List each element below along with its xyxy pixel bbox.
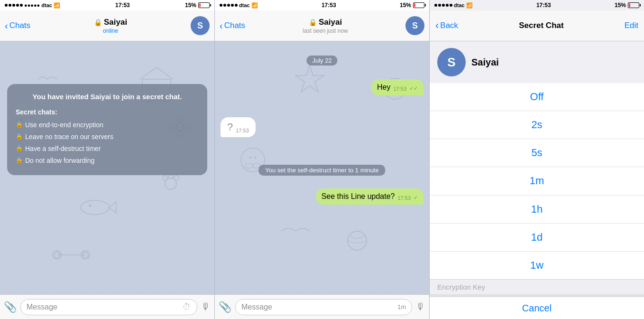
chevron-left-icon-1: ‹ xyxy=(5,21,8,30)
picker-item-off[interactable]: Off xyxy=(430,83,644,111)
clock-icon-1: ⏱ xyxy=(183,302,191,312)
carrier-3: dtac xyxy=(454,2,465,8)
back-label-3[interactable]: Back xyxy=(440,21,458,30)
invite-item-text-4: Do not allow forwarding xyxy=(25,156,94,166)
status-left-1: ●●●●● dtac 📶 xyxy=(5,2,60,9)
avatar-1[interactable]: S xyxy=(191,16,210,35)
back-button-2[interactable]: ‹ Chats xyxy=(220,21,245,30)
picker-item-5s[interactable]: 5s xyxy=(430,139,644,167)
lock-icon-item3: 🔒 xyxy=(16,144,23,152)
back-button-1[interactable]: ‹ Chats xyxy=(5,21,30,30)
svg-marker-29 xyxy=(295,65,324,92)
input-bar-1: 📎 Message ⏱ 🎙 xyxy=(0,294,214,319)
panel-1-invite: ●●●●● dtac 📶 17:53 15% ‹ Chats 🔒 Saiyai … xyxy=(0,0,215,319)
message-field-2[interactable]: Message 1m xyxy=(235,299,412,315)
attach-icon-2[interactable]: 📎 xyxy=(219,301,231,313)
nav-bar-1: ‹ Chats 🔒 Saiyai online S xyxy=(0,10,214,41)
invite-item-text-2: Leave no trace on our servers xyxy=(25,132,113,142)
svg-point-11 xyxy=(83,252,88,258)
battery-pct-3: 15% xyxy=(615,2,626,9)
picker-item-1h[interactable]: 1h xyxy=(430,196,644,224)
battery-pct-2: 15% xyxy=(400,2,411,9)
svg-point-10 xyxy=(53,251,61,259)
back-button-3[interactable]: ‹ Back xyxy=(435,19,458,32)
battery-pct-1: 15% xyxy=(185,2,196,9)
msg-hey-time: 17:53 xyxy=(393,86,406,92)
msg-hey-text: Hey xyxy=(377,83,390,92)
invite-item-3: 🔒 Have a self-destruct timer xyxy=(16,144,199,154)
edit-button-3[interactable]: Edit xyxy=(625,21,638,30)
timer-label-2: 1m xyxy=(397,303,406,310)
picker-container: Shared Media Off 2s 5s 1m 1h 1d 1w xyxy=(430,83,644,279)
time-1: 17:53 xyxy=(115,2,130,9)
chevron-left-icon-3: ‹ xyxy=(435,19,439,32)
invite-item-2: 🔒 Leave no trace on our servers xyxy=(16,132,199,142)
msg-line-text: See this Line update? xyxy=(322,192,395,201)
nav-center-1: 🔒 Saiyai online xyxy=(30,18,191,34)
msg-q-text: ? xyxy=(227,121,233,133)
svg-point-24 xyxy=(245,163,253,168)
msg-line-update: See this Line update? 17:53 ✓ xyxy=(316,188,423,205)
message-placeholder-2: Message xyxy=(241,303,397,311)
status-left-3: dtac 📶 xyxy=(434,2,473,9)
invite-item-text-1: Use end-to-end encryption xyxy=(25,120,103,130)
mic-icon-1[interactable]: 🎙 xyxy=(201,301,211,312)
invite-item-1: 🔒 Use end-to-end encryption xyxy=(16,120,199,130)
chat-bg-2: July 22 Hey 17:53 ✓✓ ? 17:53 You set the… xyxy=(215,41,429,294)
battery-icon-2 xyxy=(413,2,424,8)
status-right-3: 15% xyxy=(615,2,639,9)
picker-item-1m[interactable]: 1m xyxy=(430,167,644,195)
picker-item-1d[interactable]: 1d xyxy=(430,224,644,252)
svg-point-13 xyxy=(165,178,176,189)
wifi-icon-2: 📶 xyxy=(251,2,258,9)
chat-bg-1: You have invited Saiyai to join a secret… xyxy=(0,41,214,294)
lock-icon-item2: 🔒 xyxy=(16,132,23,141)
msg-line-time: 17:53 xyxy=(397,195,411,201)
signal-dots-1 xyxy=(5,4,23,7)
nav-bar-3: ‹ Back Secret Chat Edit xyxy=(430,10,644,41)
page-title-3: Secret Chat xyxy=(519,21,563,30)
carrier-2: dtac xyxy=(239,2,250,8)
signal-dots-3 xyxy=(434,4,452,7)
battery-icon-3 xyxy=(628,2,639,8)
invite-heading: You have invited Saiyai to join a secret… xyxy=(16,92,199,103)
svg-point-9 xyxy=(54,252,60,258)
lock-icon-item4: 🔒 xyxy=(16,156,23,164)
nav-bar-2: ‹ Chats 🔒 Saiyai last seen just now S xyxy=(215,10,429,41)
input-bar-2: 📎 Message 1m 🎙 xyxy=(215,294,429,319)
profile-info-3: Saiyai xyxy=(471,57,499,68)
msg-hey-check: ✓✓ xyxy=(409,85,418,92)
panel-2-chat: dtac 📶 17:53 15% ‹ Chats 🔒 Saiyai last s… xyxy=(215,0,430,319)
status-bar-1: ●●●●● dtac 📶 17:53 15% xyxy=(0,0,214,10)
back-label-2[interactable]: Chats xyxy=(224,21,245,30)
status-bar-3: dtac 📶 17:53 15% xyxy=(430,0,644,10)
message-field-1[interactable]: Message ⏱ xyxy=(20,299,197,315)
invite-subheading: Secret chats: xyxy=(16,107,199,117)
msg-question: ? 17:53 xyxy=(221,117,256,137)
nav-subtitle-1: online xyxy=(30,28,191,34)
invite-item-text-3: Have a self-destruct timer xyxy=(25,144,101,154)
time-2: 17:53 xyxy=(322,2,336,9)
cancel-button-3[interactable]: Cancel xyxy=(430,294,644,319)
time-3: 17:53 xyxy=(536,2,551,9)
svg-point-6 xyxy=(81,200,109,215)
attach-icon-1[interactable]: 📎 xyxy=(4,301,17,313)
status-bar-2: dtac 📶 17:53 15% xyxy=(215,0,429,10)
mic-icon-2[interactable]: 🎙 xyxy=(416,301,425,312)
carrier-1: ●●●●● dtac xyxy=(24,2,52,8)
picker-item-1w[interactable]: 1w xyxy=(430,252,644,279)
system-msg: You set the self-destruct timer to 1 min… xyxy=(258,165,385,176)
back-label-1[interactable]: Chats xyxy=(9,21,30,30)
battery-icon-1 xyxy=(198,2,210,8)
status-right-2: 15% xyxy=(400,2,424,9)
msg-q-time: 17:53 xyxy=(236,128,249,133)
svg-point-14 xyxy=(163,176,167,180)
wifi-icon-1: 📶 xyxy=(54,2,60,9)
status-left-2: dtac 📶 xyxy=(220,2,258,9)
avatar-3[interactable]: S xyxy=(437,48,466,76)
message-placeholder-1: Message xyxy=(27,303,183,311)
avatar-2[interactable]: S xyxy=(405,16,424,35)
nav-subtitle-2: last seen just now xyxy=(245,28,405,34)
picker-item-2s[interactable]: 2s xyxy=(430,111,644,139)
invite-item-4: 🔒 Do not allow forwarding xyxy=(16,156,199,166)
